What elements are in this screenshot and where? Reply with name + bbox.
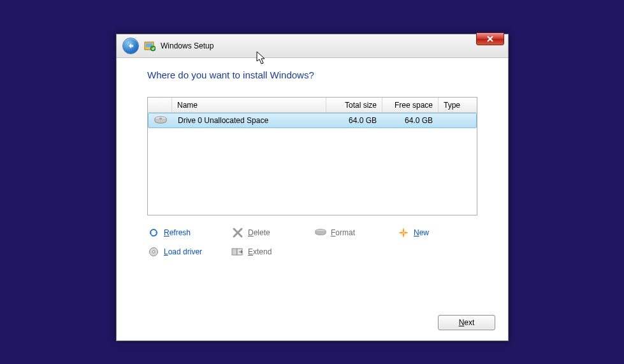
delete-label: Delete	[248, 228, 270, 237]
new-action[interactable]: New	[397, 227, 474, 238]
extend-label: Extend	[248, 247, 272, 256]
svg-marker-11	[403, 233, 405, 238]
actions-panel: Refresh Delete Format	[147, 227, 477, 258]
close-button[interactable]	[476, 33, 504, 45]
delete-icon	[231, 227, 244, 238]
load-driver-icon	[147, 246, 160, 258]
extend-icon	[231, 246, 244, 258]
setup-icon	[144, 40, 156, 52]
col-icon-header[interactable]	[148, 98, 172, 112]
load-driver-action[interactable]: Load driver	[147, 246, 231, 258]
refresh-label: Refresh	[164, 228, 191, 237]
table-header: Name Total size Free space Type	[148, 98, 477, 113]
table-body: Drive 0 Unallocated Space 64.0 GB 64.0 G…	[148, 113, 477, 215]
format-action: Format	[314, 227, 397, 238]
footer: Next	[438, 315, 495, 330]
back-button[interactable]	[122, 38, 139, 54]
close-icon	[486, 35, 494, 43]
load-driver-label: Load driver	[164, 247, 202, 256]
col-free-header[interactable]: Free space	[382, 98, 439, 112]
window-title: Windows Setup	[161, 41, 214, 50]
back-arrow-icon	[127, 42, 134, 50]
extend-action: Extend	[231, 246, 314, 258]
setup-window: Windows Setup Where do you want to insta…	[116, 34, 509, 341]
svg-rect-20	[232, 249, 237, 255]
col-type-header[interactable]: Type	[439, 98, 477, 112]
page-heading: Where do you want to install Windows?	[147, 69, 477, 80]
new-icon	[397, 227, 410, 238]
format-label: Format	[331, 228, 355, 237]
table-row[interactable]: Drive 0 Unallocated Space 64.0 GB 64.0 G…	[148, 113, 477, 128]
content-area: Where do you want to install Windows? Na…	[117, 58, 508, 258]
svg-point-6	[159, 118, 162, 119]
titlebar: Windows Setup	[117, 34, 508, 58]
svg-marker-10	[403, 228, 405, 233]
svg-point-2	[150, 46, 156, 51]
svg-point-19	[152, 251, 155, 253]
drive-name: Drive 0 Unallocated Space	[173, 116, 326, 125]
drive-icon	[154, 115, 168, 126]
col-total-header[interactable]: Total size	[326, 98, 382, 112]
cursor-icon	[256, 51, 266, 65]
drive-total: 64.0 GB	[326, 116, 382, 125]
drive-table: Name Total size Free space Type	[147, 97, 477, 215]
next-button[interactable]: Next	[438, 315, 495, 330]
format-icon	[314, 227, 327, 238]
delete-action: Delete	[231, 227, 314, 238]
new-label: New	[414, 228, 429, 237]
col-name-header[interactable]: Name	[172, 98, 326, 112]
refresh-action[interactable]: Refresh	[147, 227, 231, 238]
drive-free: 64.0 GB	[382, 116, 438, 125]
refresh-icon	[147, 227, 160, 238]
